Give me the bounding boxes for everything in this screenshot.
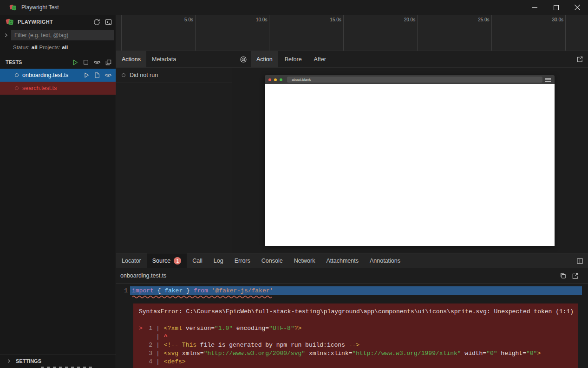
details-panel: Locator Source 1 Call Log Errors Console…: [116, 253, 588, 368]
watch-test-button[interactable]: [105, 71, 112, 79]
reload-tests-button[interactable]: [93, 19, 100, 26]
tab-metadata[interactable]: Metadata: [146, 51, 182, 67]
copy-icon: [560, 272, 566, 279]
tab-label: Network: [294, 258, 315, 264]
timeline-tick-label: 10.0s: [236, 17, 267, 22]
frame-marker: [139, 349, 146, 358]
code-token: }: [183, 287, 193, 294]
snapshot-body: about:blank: [232, 68, 588, 253]
code-token: [208, 287, 212, 294]
tests-section-header: TESTS: [0, 56, 116, 69]
code-frame-line: 3 | <svg xmlns="http://www.w3.org/2000/s…: [139, 349, 573, 358]
timeline-gridline: [565, 15, 566, 51]
toggle-output-button[interactable]: [105, 19, 112, 26]
settings-section-header[interactable]: SETTINGS: [0, 355, 116, 367]
tab-call[interactable]: Call: [187, 253, 208, 268]
tab-locator[interactable]: Locator: [116, 253, 147, 268]
line-number: 1: [116, 287, 130, 294]
test-name: search.test.ts: [22, 85, 57, 91]
tab-console[interactable]: Console: [256, 253, 288, 268]
close-button[interactable]: [567, 0, 588, 15]
timeline-tick-label: 30.0s: [533, 17, 563, 22]
tab-action[interactable]: Action: [251, 51, 278, 67]
tab-label: Source: [152, 258, 171, 264]
eye-icon: [93, 58, 101, 66]
timeline-gridline: [417, 15, 418, 51]
blank-page: [265, 84, 555, 246]
tab-after[interactable]: After: [308, 51, 332, 67]
run-all-button[interactable]: [72, 59, 78, 66]
code-token: "http://www.w3.org/1999/xlink": [353, 350, 461, 357]
code-text: import { faker } from '@faker-js/faker': [130, 286, 582, 295]
filter-status-line[interactable]: Status: all Projects: all: [0, 42, 116, 53]
code-token: <defs>: [164, 358, 186, 365]
test-item-search[interactable]: search.test.ts: [0, 82, 116, 95]
test-status-icon: [15, 86, 19, 90]
code-token: height=: [497, 350, 526, 357]
code-token: <svg: [164, 350, 178, 357]
tab-network[interactable]: Network: [288, 253, 321, 268]
tab-label: After: [314, 56, 326, 63]
code-token: {: [154, 287, 164, 294]
browser-tab: about:blank: [287, 77, 542, 83]
code-token: faker: [164, 287, 183, 294]
timeline-ruler[interactable]: 5.0s10.0s15.0s20.0s25.0s30.0s: [116, 15, 588, 51]
tab-attachments[interactable]: Attachments: [320, 253, 364, 268]
tab-label: Log: [214, 258, 223, 264]
test-item-onboarding[interactable]: onboarding.test.ts: [0, 69, 116, 82]
run-test-button[interactable]: [83, 72, 90, 78]
tab-annotations[interactable]: Annotations: [364, 253, 406, 268]
open-source-button[interactable]: [572, 272, 579, 279]
source-code-view[interactable]: 1 import { faker } from '@faker-js/faker…: [116, 284, 588, 368]
maximize-button[interactable]: [545, 0, 567, 15]
code-token: ?>: [294, 325, 302, 332]
test-status-icon: [15, 73, 19, 77]
playwright-logo-icon: [9, 4, 17, 11]
browser-screenshot: about:blank: [265, 75, 555, 246]
frame-pipe: |: [152, 341, 164, 349]
traffic-light-yellow: [274, 78, 277, 81]
code-frame-line: 4 | <defs>: [139, 358, 573, 366]
empty-state-text: Did not run: [130, 72, 158, 78]
frame-line-number: 3: [146, 349, 152, 358]
chevron-right-icon[interactable]: [3, 32, 9, 39]
pick-locator-button[interactable]: [236, 56, 250, 63]
eye-icon: [105, 71, 112, 79]
external-link-icon: [576, 56, 583, 63]
source-code-line-1[interactable]: 1 import { faker } from '@faker-js/faker…: [116, 285, 588, 296]
code-frame-line: 2 | <!-- This file is generated by npm r…: [139, 341, 573, 349]
watch-all-button[interactable]: [93, 58, 101, 66]
code-token: width=: [461, 350, 487, 357]
tab-errors[interactable]: Errors: [229, 253, 256, 268]
show-source-button[interactable]: [94, 72, 100, 78]
tab-log[interactable]: Log: [208, 253, 229, 268]
split-view-button[interactable]: [576, 258, 583, 265]
projects-value: all: [62, 45, 68, 50]
frame-line-number: 1: [146, 324, 152, 333]
timeline-gridline: [195, 15, 196, 51]
stop-button[interactable]: [83, 59, 89, 65]
settings-title: SETTINGS: [16, 358, 41, 364]
timeline-gridline: [269, 15, 269, 51]
minimize-button[interactable]: [524, 0, 545, 15]
code-token: '@faker-js/faker': [212, 287, 274, 294]
code-token: <?xml: [164, 325, 182, 332]
code-frame-caret-line: | ^: [139, 333, 573, 341]
tab-actions[interactable]: Actions: [116, 51, 146, 67]
tab-source[interactable]: Source 1: [147, 253, 187, 268]
window-title: Playwright Test: [21, 4, 59, 11]
filter-input[interactable]: [11, 30, 114, 40]
tab-before[interactable]: Before: [279, 51, 307, 67]
external-link-icon: [572, 272, 579, 279]
timeline-gridline: [121, 15, 122, 51]
details-tab-bar: Locator Source 1 Call Log Errors Console…: [116, 253, 588, 268]
copy-path-button[interactable]: [560, 272, 566, 279]
collapse-all-button[interactable]: [105, 59, 112, 66]
open-snapshot-button[interactable]: [576, 56, 583, 63]
minimize-icon: [532, 5, 537, 10]
code-token: "1.0": [215, 325, 233, 332]
code-token: "0": [486, 350, 497, 357]
tests-title: TESTS: [6, 59, 22, 65]
tab-label: Console: [261, 258, 283, 264]
code-token: <!--: [164, 342, 182, 349]
